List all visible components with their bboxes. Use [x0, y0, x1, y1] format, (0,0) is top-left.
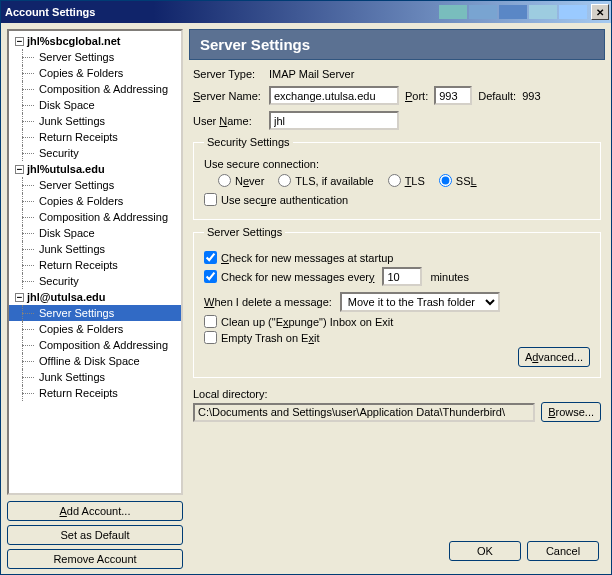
remove-account-button[interactable]: Remove Account [7, 549, 183, 569]
window-title: Account Settings [5, 6, 95, 18]
server-settings-group: Server Settings Check for new messages a… [193, 226, 601, 378]
tree-item[interactable]: Composition & Addressing [9, 209, 181, 225]
secure-never-radio[interactable]: Never [218, 174, 264, 187]
tree-item[interactable]: Junk Settings [9, 369, 181, 385]
add-account-button[interactable]: Add Account... [7, 501, 183, 521]
advanced-button[interactable]: Advanced... [518, 347, 590, 367]
server-settings-legend: Server Settings [204, 226, 285, 238]
tree-item[interactable]: Offline & Disk Space [9, 353, 181, 369]
secure-tls-if-radio[interactable]: TLS, if available [278, 174, 373, 187]
user-name-input[interactable] [269, 111, 399, 130]
tree-item[interactable]: Return Receipts [9, 385, 181, 401]
local-directory-label: Local directory: [193, 388, 601, 400]
server-name-label: Server Name: [193, 90, 263, 102]
tree-account-label: jhl@utulsa.edu [27, 291, 106, 303]
account-tree: −jhl%sbcglobal.netServer SettingsCopies … [7, 29, 183, 495]
collapse-icon[interactable]: − [15, 293, 24, 302]
tree-item[interactable]: Server Settings [9, 177, 181, 193]
tree-item[interactable]: Copies & Folders [9, 321, 181, 337]
collapse-icon[interactable]: − [15, 165, 24, 174]
tree-item[interactable]: Composition & Addressing [9, 81, 181, 97]
secure-ssl-radio[interactable]: SSL [439, 174, 477, 187]
secure-tls-radio[interactable]: TLS [388, 174, 425, 187]
titlebar-decoration [439, 5, 587, 19]
default-port-label: Default: [478, 90, 516, 102]
close-icon[interactable]: ✕ [591, 4, 609, 20]
check-interval-input[interactable] [382, 267, 422, 286]
tree-item[interactable]: Disk Space [9, 97, 181, 113]
tree-item[interactable]: Server Settings [9, 305, 181, 321]
tree-account[interactable]: −jhl%utulsa.edu [9, 161, 181, 177]
delete-label: When I delete a message: [204, 296, 332, 308]
tree-account[interactable]: −jhl%sbcglobal.net [9, 33, 181, 49]
tree-item[interactable]: Return Receipts [9, 257, 181, 273]
tree-item[interactable]: Return Receipts [9, 129, 181, 145]
empty-trash-checkbox[interactable]: Empty Trash on Exit [204, 331, 319, 344]
tree-item[interactable]: Disk Space [9, 225, 181, 241]
cancel-button[interactable]: Cancel [527, 541, 599, 561]
check-interval-checkbox[interactable]: Check for new messages every [204, 270, 374, 283]
tree-account-label: jhl%utulsa.edu [27, 163, 105, 175]
secure-auth-checkbox[interactable]: Use secure authentication [204, 193, 348, 206]
browse-button[interactable]: Browse... [541, 402, 601, 422]
tree-item[interactable]: Security [9, 273, 181, 289]
tree-item[interactable]: Copies & Folders [9, 65, 181, 81]
titlebar: Account Settings ✕ [1, 1, 611, 23]
set-default-button[interactable]: Set as Default [7, 525, 183, 545]
tree-item[interactable]: Junk Settings [9, 241, 181, 257]
check-startup-checkbox[interactable]: Check for new messages at startup [204, 251, 393, 264]
server-type-value: IMAP Mail Server [269, 68, 354, 80]
server-type-label: Server Type: [193, 68, 263, 80]
tree-account-label: jhl%sbcglobal.net [27, 35, 121, 47]
tree-item[interactable]: Security [9, 145, 181, 161]
delete-action-select[interactable]: Move it to the Trash folder [340, 292, 500, 312]
tree-item[interactable]: Copies & Folders [9, 193, 181, 209]
collapse-icon[interactable]: − [15, 37, 24, 46]
tree-item[interactable]: Junk Settings [9, 113, 181, 129]
port-label: Port: [405, 90, 428, 102]
ok-button[interactable]: OK [449, 541, 521, 561]
tree-account[interactable]: −jhl@utulsa.edu [9, 289, 181, 305]
user-name-label: User Name: [193, 115, 263, 127]
minutes-label: minutes [430, 271, 469, 283]
server-name-input[interactable] [269, 86, 399, 105]
port-input[interactable] [434, 86, 472, 105]
local-directory-input [193, 403, 535, 422]
default-port-value: 993 [522, 90, 540, 102]
page-title: Server Settings [189, 29, 605, 60]
security-settings-group: Security Settings Use secure connection:… [193, 136, 601, 220]
tree-item[interactable]: Composition & Addressing [9, 337, 181, 353]
tree-item[interactable]: Server Settings [9, 49, 181, 65]
cleanup-checkbox[interactable]: Clean up ("Expunge") Inbox on Exit [204, 315, 393, 328]
security-legend: Security Settings [204, 136, 293, 148]
use-secure-label: Use secure connection: [204, 158, 590, 170]
